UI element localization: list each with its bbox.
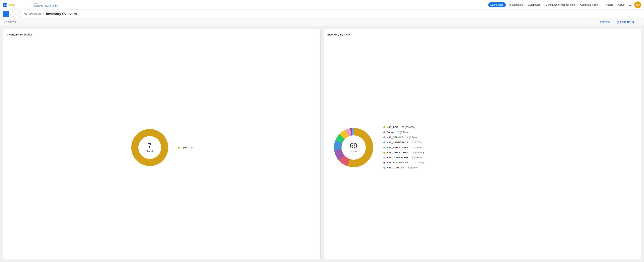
type-card-body: 69 Total K8S_POD 38 (55.07%) Server 6 (8… bbox=[328, 40, 637, 255]
svg-text:Ops: Ops bbox=[4, 4, 8, 6]
legend-name-k8s-deployment: K8S_DEPLOYMENT bbox=[387, 151, 410, 154]
legend-value-k8s-daemonset: 3 (4.35%) bbox=[412, 156, 422, 159]
legend-dot-k8s-daemonset bbox=[384, 157, 385, 159]
vendor-legend-item: 7 (100.00%) bbox=[178, 146, 194, 149]
legend-dot-k8s-cluster bbox=[384, 167, 385, 169]
type-legend-item-7: K8S_STATEFULSET 1 (1.45%) bbox=[384, 161, 424, 164]
logo[interactable]: Ops Ramp bbox=[3, 2, 25, 8]
nav-automation[interactable]: Automation bbox=[526, 2, 543, 7]
nav-links: Dashboards Infrastructure Automation Con… bbox=[488, 2, 627, 7]
type-legend-item-0: K8S_POD 38 (55.07%) bbox=[384, 126, 424, 129]
type-legend-item-2: K8S_SERVICE 6 (8.70%) bbox=[384, 136, 424, 139]
svg-point-3 bbox=[629, 4, 631, 6]
legend-dot-k8s-replicaset bbox=[384, 147, 385, 148]
type-donut-svg bbox=[331, 125, 376, 170]
legend-name-k8s-daemonset: K8S_DAEMONSET bbox=[387, 156, 408, 159]
svg-text:Ramp: Ramp bbox=[8, 4, 14, 6]
client-info: Client OpsRamp Pro, 64-Demo bbox=[33, 3, 58, 7]
legend-dot-k8s-deployment bbox=[384, 152, 385, 153]
page-title: Inventory Overview bbox=[46, 12, 77, 16]
vendor-legend: 7 (100.00%) bbox=[178, 146, 194, 149]
type-legend-item-3: K8S_NAMESPACE 6 (8.70%) bbox=[384, 141, 424, 144]
vendor-card-title: Inventory By Vendor bbox=[7, 33, 317, 36]
breadcrumb-separator: : bbox=[43, 13, 44, 15]
vendor-legend-dot bbox=[178, 147, 180, 148]
nav-reports[interactable]: Reports bbox=[602, 2, 615, 7]
type-legend-item-5: K8S_DEPLOYMENT 4 (5.80%) bbox=[384, 151, 424, 154]
type-legend: K8S_POD 38 (55.07%) Server 6 (8.70%) K8S… bbox=[384, 126, 424, 169]
vendor-legend-value: 7 (100.00%) bbox=[181, 146, 194, 149]
second-bar: ‹ › My Dashboards : Inventory Overview bbox=[0, 10, 644, 18]
legend-dot-k8s-statefulset bbox=[384, 162, 385, 164]
legend-value-k8s-replicaset: 4 (5.80%) bbox=[412, 146, 422, 149]
svg-rect-5 bbox=[4, 13, 8, 13]
legend-value-k8s-namespace: 6 (8.70%) bbox=[412, 141, 422, 144]
nav-infrastructure[interactable]: Infrastructure bbox=[506, 2, 526, 7]
last-hour-label: LAST HOUR bbox=[620, 21, 634, 24]
legend-dot-server bbox=[384, 131, 385, 133]
type-legend-item-8: K8S_CLUSTER 1 (1.45%) bbox=[384, 166, 424, 169]
nav-dashboards[interactable]: Dashboards bbox=[488, 2, 506, 7]
legend-name-k8s-service: K8S_SERVICE bbox=[387, 136, 404, 139]
nav-configuration[interactable]: Configuration Management bbox=[544, 2, 577, 7]
more-button[interactable]: ··· bbox=[636, 20, 640, 24]
legend-name-server: Server bbox=[387, 131, 394, 134]
svg-rect-8 bbox=[617, 21, 619, 23]
legend-value-k8s-cluster: 1 (1.45%) bbox=[408, 166, 418, 169]
svg-point-12 bbox=[135, 133, 165, 162]
client-name: OpsRamp Pro, 64-Demo bbox=[33, 5, 58, 7]
legend-value-k8s-service: 6 (8.70%) bbox=[407, 136, 418, 139]
type-card-title: Inventory By Type bbox=[328, 33, 637, 36]
back-button[interactable]: ‹ bbox=[10, 12, 16, 17]
vendor-donut: 7 Total bbox=[129, 127, 170, 168]
filter-actions: REFRESH | LAST HOUR ··· bbox=[600, 20, 640, 24]
vendor-donut-svg bbox=[129, 127, 170, 168]
breadcrumb: My Dashboards bbox=[24, 13, 41, 15]
legend-dot-k8s-namespace bbox=[384, 142, 385, 143]
top-navigation: Ops Ramp Client OpsRamp Pro, 64-Demo Das… bbox=[0, 0, 644, 10]
legend-name-k8s-namespace: K8S_NAMESPACE bbox=[387, 141, 408, 144]
legend-value-k8s-deployment: 4 (5.80%) bbox=[413, 151, 424, 154]
legend-dot-k8s-service bbox=[384, 137, 385, 138]
type-card: Inventory By Type bbox=[324, 29, 641, 259]
legend-dot-k8s-pod bbox=[384, 126, 385, 128]
nav-divider bbox=[30, 2, 31, 8]
refresh-button[interactable]: REFRESH bbox=[600, 21, 611, 24]
nav-setup[interactable]: Setup bbox=[616, 2, 627, 7]
svg-line-4 bbox=[631, 6, 632, 6]
filter-divider: | bbox=[614, 21, 614, 24]
type-legend-item-4: K8S_REPLICASET 4 (5.80%) bbox=[384, 146, 424, 149]
vendor-card: Inventory By Vendor 7 Total 7 (100.00%) bbox=[3, 29, 320, 259]
type-legend-item-1: Server 6 (8.70%) bbox=[384, 131, 424, 134]
type-donut: 69 Total bbox=[331, 125, 376, 170]
filter-label: NO FILTER bbox=[4, 21, 16, 24]
search-button[interactable] bbox=[627, 2, 634, 8]
main-content: Inventory By Vendor 7 Total 7 (100.00%) bbox=[0, 26, 644, 262]
svg-rect-7 bbox=[4, 15, 8, 15]
user-avatar[interactable]: MR bbox=[634, 2, 641, 8]
forward-button[interactable]: › bbox=[17, 12, 22, 17]
legend-value-k8s-pod: 38 (55.07%) bbox=[402, 126, 415, 129]
client-label: Client bbox=[33, 3, 58, 5]
vendor-card-body: 7 Total 7 (100.00%) bbox=[7, 40, 317, 255]
legend-name-k8s-statefulset: K8S_STATEFULSET bbox=[387, 161, 410, 164]
legend-value-k8s-statefulset: 1 (1.45%) bbox=[414, 161, 424, 164]
nav-command-center[interactable]: Command Center bbox=[578, 2, 602, 7]
legend-name-k8s-cluster: K8S_CLUSTER bbox=[387, 166, 404, 169]
last-hour-button[interactable]: LAST HOUR bbox=[616, 21, 634, 24]
legend-name-k8s-pod: K8S_POD bbox=[387, 126, 398, 129]
legend-name-k8s-replicaset: K8S_REPLICASET bbox=[387, 146, 408, 149]
legend-value-server: 6 (8.70%) bbox=[398, 131, 408, 134]
filter-bar: NO FILTER REFRESH | LAST HOUR ··· bbox=[0, 18, 644, 26]
svg-rect-6 bbox=[4, 14, 8, 14]
type-legend-item-6: K8S_DAEMONSET 3 (4.35%) bbox=[384, 156, 424, 159]
hamburger-button[interactable] bbox=[3, 11, 9, 17]
